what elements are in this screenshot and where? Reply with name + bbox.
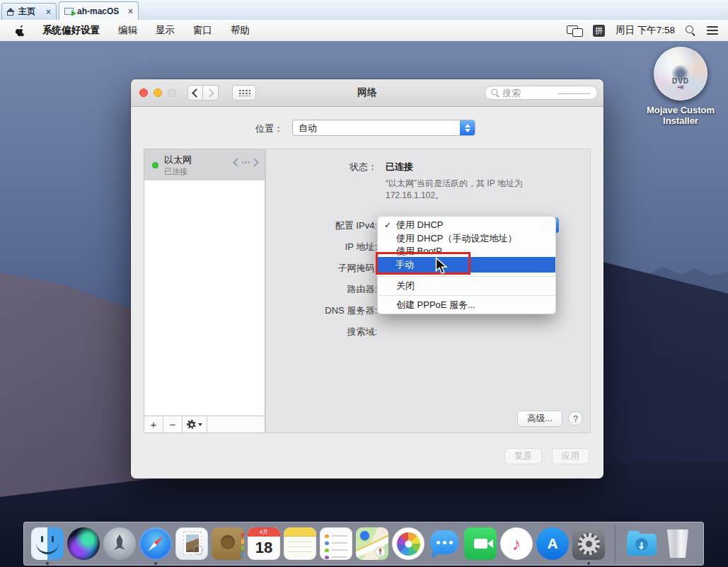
vm-console-icon [64,8,74,15]
remove-service-button[interactable]: − [163,416,183,433]
siri-icon [67,527,100,560]
dock-item-downloads[interactable] [625,527,658,560]
facetime-icon [464,527,497,560]
dvd-sublabel: +R [654,84,707,91]
tab-vm-close-icon[interactable]: × [128,6,133,16]
downloads-folder-icon [625,527,658,560]
menu-item-window[interactable]: 窗口 [193,24,212,37]
menu-item-view[interactable]: 显示 [156,24,175,37]
dock-item-photos[interactable] [392,527,424,560]
screen: 主页 × ah-macOS × 系统偏好设置 编辑 显示 窗口 帮助 拼 周日 … [0,0,728,567]
dock-item-maps[interactable] [356,527,388,560]
tab-vm-console[interactable]: ah-macOS × [59,1,139,20]
browser-tab-bar: 主页 × ah-macOS × [0,0,728,21]
search-input[interactable] [501,87,574,99]
input-method-icon[interactable]: 拼 [593,25,605,37]
calendar-month: 4月 [248,527,280,537]
location-value: 自动 [299,122,317,134]
apple-menu[interactable] [16,25,25,37]
home-icon [7,8,15,16]
apply-button[interactable]: 应用 [552,448,589,464]
service-action-menu-button[interactable] [183,416,207,433]
dock-item-reminders[interactable] [320,527,352,560]
location-popup[interactable]: 自动 [292,120,475,136]
dock-item-messages[interactable] [428,527,461,560]
window-title-bar[interactable]: 网络 [131,79,603,107]
chevron-down-icon [198,423,202,426]
dock-item-itunes[interactable]: ♪ [500,527,533,560]
sidebar-footer: + − [144,416,265,433]
contacts-icon [212,527,244,560]
itunes-icon: ♪ [500,527,533,560]
menu-item-edit[interactable]: 编辑 [118,24,137,37]
dock-divider [615,525,616,562]
dock-item-safari[interactable] [139,527,172,560]
status-label: 状态： [131,161,377,173]
dock-item-system-preferences[interactable] [572,527,605,560]
calendar-icon: 4月 18 [248,527,280,560]
desktop-icon-mojave-installer[interactable]: DVD+R Mojave Custom Installer [635,47,727,126]
menu-item-use-dhcp-manual-address[interactable]: 使用 DHCP（手动设定地址） [379,231,555,245]
gear-icon [187,420,196,429]
preferences-search-field[interactable] [485,86,598,100]
finder-icon [31,527,64,560]
safari-icon [139,527,172,560]
revert-button[interactable]: 复原 [504,448,542,464]
notification-center-icon[interactable] [707,26,718,35]
add-service-button[interactable]: + [144,416,163,433]
popup-chevrons-icon [460,120,475,135]
status-description-line1: “以太网”当前是活跃的，其 IP 地址为 [386,178,523,190]
location-label: 位置： [131,122,283,135]
dock-item-app-store[interactable]: A [536,527,569,560]
tab-home-close-icon[interactable]: × [46,7,51,17]
dock-item-contacts[interactable] [212,527,244,560]
menu-separator [379,276,555,277]
tab-home[interactable]: 主页 × [1,3,57,20]
tab-home-label: 主页 [18,6,35,18]
dock-item-notes[interactable] [284,527,316,560]
dock-item-finder[interactable] [31,527,64,560]
dvd-disc-icon: DVD+R [654,47,707,101]
spotlight-search-icon[interactable] [686,25,696,36]
search-icon [492,88,500,97]
menu-item-system-preferences[interactable]: 系统偏好设置 [42,24,100,37]
menu-item-create-pppoe[interactable]: 创建 PPPoE 服务... [379,298,555,312]
advanced-button[interactable]: 高级... [517,411,562,427]
status-description-line2: 172.16.1.102。 [386,190,444,202]
system-preferences-icon [572,527,605,560]
checkmark-icon: ✓ [384,220,391,230]
tab-vm-label: ah-macOS [77,6,119,16]
calendar-day: 18 [248,537,280,559]
menu-bar-clock[interactable]: 周日 下午7:58 [616,24,675,37]
ip-address-label: IP 地址: [131,241,377,253]
status-value: 已连接 [386,161,413,173]
search-field-artifact-line [557,93,590,94]
search-domains-label: 搜索域: [131,326,377,338]
messages-icon [428,527,461,560]
dock-item-calendar[interactable]: 4月 18 [248,527,280,560]
photos-icon [392,527,424,560]
menu-separator [379,295,555,296]
displays-status-icon[interactable] [567,25,582,36]
mail-icon [175,527,208,560]
help-button[interactable]: ? [568,411,583,426]
dock-item-mail[interactable] [175,527,208,560]
dock: 4月 18 ♪ [23,522,704,566]
subnet-mask-label: 子网掩码: [131,262,377,275]
menu-item-use-dhcp[interactable]: ✓ 使用 DHCP [379,218,555,231]
router-label: 路由器: [131,283,377,296]
dock-item-trash[interactable] [661,527,694,560]
menu-item-help[interactable]: 帮助 [231,24,250,37]
macos-menu-bar: 系统偏好设置 编辑 显示 窗口 帮助 拼 周日 下午7:58 [0,20,728,42]
reminders-icon [320,527,352,560]
dock-item-launchpad[interactable] [103,527,136,560]
notes-icon [284,527,316,560]
trash-icon [661,527,694,560]
launchpad-icon [103,527,136,560]
menu-item-off[interactable]: 关闭 [379,279,555,292]
annotation-red-rectangle [376,252,470,275]
dock-item-facetime[interactable] [464,527,497,560]
dock-item-siri[interactable] [67,527,100,560]
dns-server-label: DNS 服务器: [131,304,377,317]
mouse-cursor [435,257,448,278]
